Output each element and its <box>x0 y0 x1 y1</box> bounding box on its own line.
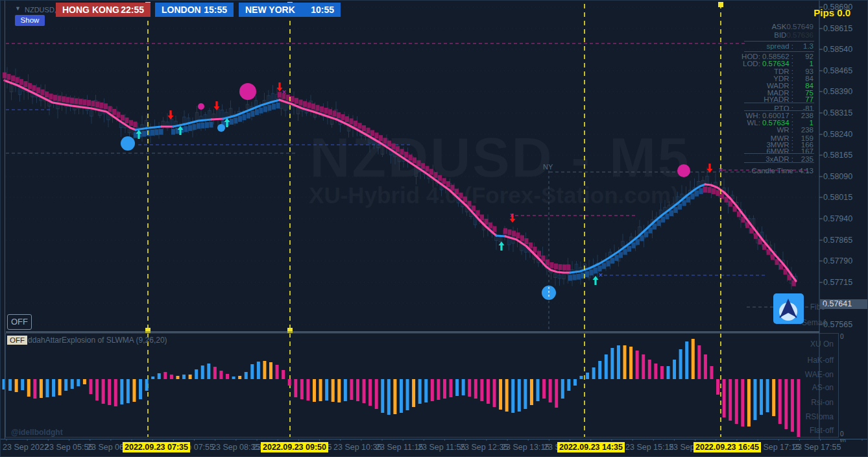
ma-ribbon-square <box>691 193 695 199</box>
histogram-bar <box>226 374 229 379</box>
ma-ribbon-square <box>562 265 566 271</box>
ma-ribbon-square <box>276 103 280 108</box>
indicator-toggle-hak-off[interactable]: HaK-off <box>808 356 834 365</box>
ma-ribbon-square <box>708 187 712 193</box>
ma-ribbon-square <box>577 274 581 280</box>
histogram-bar <box>605 354 608 379</box>
ma-ribbon-square <box>278 92 282 98</box>
histogram-bar <box>145 379 149 391</box>
histogram-bar <box>337 379 341 402</box>
quote-row-label: WR : <box>688 126 793 134</box>
ma-ribbon-square <box>358 123 362 129</box>
histogram-bar <box>381 379 384 413</box>
ma-ribbon-square <box>615 255 619 261</box>
ma-ribbon-square <box>295 98 298 104</box>
ma-ribbon-square <box>62 96 66 102</box>
session-box-london[interactable]: LONDON 15:55 <box>155 3 234 17</box>
ma-ribbon-square <box>112 109 116 115</box>
quote-separator <box>744 41 814 42</box>
ma-ribbon-square <box>463 197 467 203</box>
quote-row-label: BID <box>688 31 786 39</box>
session-time: 22:55 <box>121 5 144 15</box>
histogram-bar <box>480 379 483 401</box>
histogram-bar <box>617 345 620 379</box>
ma-ribbon-square <box>49 93 53 99</box>
ma-ribbon-square <box>610 258 614 264</box>
histogram-bar <box>288 379 291 386</box>
histogram-bar <box>716 379 719 395</box>
show-button[interactable]: Show <box>15 15 45 26</box>
ma-ribbon-square <box>661 217 665 223</box>
time-axis-label: 23 Sep 13:15 <box>501 443 549 452</box>
indicator-toggle-xu-on[interactable]: XU On <box>810 340 834 349</box>
ma-ribbon-square <box>392 143 396 149</box>
histogram-bar <box>729 379 732 421</box>
indicator-off-button[interactable]: OFF <box>7 336 27 345</box>
ma-ribbon-square <box>129 120 133 126</box>
ma-ribbon-square <box>234 117 238 123</box>
fibo-toggle-label[interactable]: Fibo <box>810 303 825 312</box>
indicator-toggle-rsi-on[interactable]: Rsi-on <box>811 398 834 407</box>
session-name: LONDON <box>162 5 201 15</box>
sema4-toggle-label[interactable]: Sema4 <box>802 318 826 327</box>
histogram-bar <box>406 379 409 410</box>
histogram-bar <box>692 339 695 379</box>
quote-row: LOD: 0.57634 :1 <box>688 60 814 68</box>
session-box-newyork[interactable]: NEW YORK 10:55 <box>239 3 341 17</box>
ma-ribbon-square <box>442 178 446 184</box>
indicator-toggle-wae-on[interactable]: WAE-on <box>805 370 834 379</box>
ma-ribbon-square <box>379 135 383 141</box>
time-axis-highlight: 2022.09.23 16:45 <box>693 442 761 452</box>
ma-ribbon-square <box>83 99 87 105</box>
histogram-bar <box>511 379 514 413</box>
ma-ribbon-square <box>151 130 154 136</box>
ma-ribbon-square <box>104 103 108 109</box>
ma-ribbon-square <box>529 243 533 249</box>
ma-ribbon-square <box>324 108 328 114</box>
chevron-down-icon[interactable]: ▼ <box>15 5 21 12</box>
ma-ribbon-square <box>311 104 315 110</box>
indicator-toggle-flat-off[interactable]: Flat-off <box>810 426 834 435</box>
histogram-bar <box>294 379 297 397</box>
ma-ribbon-square <box>375 132 379 138</box>
indicator-toggle-as-on[interactable]: AS-on <box>812 383 834 392</box>
chart-off-button[interactable]: OFF <box>7 314 32 330</box>
signal-circle <box>121 136 135 151</box>
ma-ribbon-square <box>184 126 188 132</box>
price-axis-label: 0.58165 <box>823 151 852 160</box>
histogram-bar <box>549 379 552 402</box>
histogram-bar <box>636 351 639 379</box>
quote-row-value: 0.57636 <box>786 31 814 39</box>
ma-ribbon-square <box>230 119 234 125</box>
x-marker-icon: ✕ <box>509 212 514 219</box>
quote-row: Candle Time4:13 <box>688 167 814 175</box>
histogram-bar <box>95 379 99 401</box>
histogram-bar <box>797 379 800 437</box>
histogram-bar <box>592 367 596 379</box>
ma-ribbon-square <box>619 252 623 258</box>
histogram-bar <box>455 379 459 396</box>
histogram-bar <box>363 379 366 403</box>
ma-line-bullish <box>496 236 505 236</box>
histogram-bar <box>182 375 186 379</box>
histogram-bar <box>263 361 266 379</box>
ma-ribbon-square <box>247 113 250 119</box>
histogram-bar <box>282 370 285 379</box>
quote-row-value: 1 <box>793 60 814 68</box>
ma-ribbon-square <box>210 122 213 128</box>
quote-separator <box>744 51 814 52</box>
indicator-toggle-rsioma[interactable]: RSIoma <box>806 412 834 421</box>
histogram-bar <box>580 376 583 379</box>
ma-ribbon-square <box>53 95 57 101</box>
price-axis-label: 0.58015 <box>823 193 852 202</box>
session-name: HONG KONG <box>62 5 119 15</box>
session-box-hongkong[interactable]: HONG KONG 22:55 <box>56 3 151 17</box>
histogram-bar <box>375 379 378 409</box>
ma-ribbon-square <box>91 101 95 106</box>
ma-ribbon-square <box>686 197 690 203</box>
ma-ribbon-square <box>362 125 366 131</box>
histogram-bar <box>524 379 527 409</box>
histogram-bar <box>778 379 782 424</box>
price-axis-label: 0.58465 <box>823 66 852 75</box>
ma-ribbon-square <box>263 106 267 112</box>
